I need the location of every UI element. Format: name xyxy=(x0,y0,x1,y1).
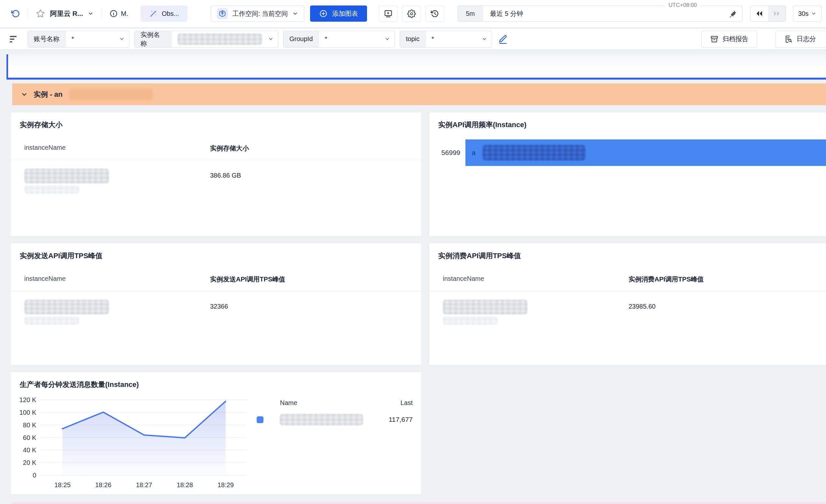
column-header-storage-size: 实例存储大小 xyxy=(210,144,421,153)
filter-account-name[interactable]: 账号名称 * xyxy=(27,31,129,48)
skip-back-button[interactable] xyxy=(751,6,768,21)
chevron-down-icon xyxy=(385,36,390,42)
redacted-instance-name xyxy=(443,300,528,314)
divider xyxy=(28,9,28,18)
doc-badge-label: M. xyxy=(121,10,128,17)
settings-button[interactable] xyxy=(402,5,421,22)
card-consume-tps-peak: 实例消费API调用TPS峰值 instanceName 实例消费API调用TPS… xyxy=(429,243,826,365)
dashboard-content: 实例 - an 实例存储大小 instanceName 实例存储大小 386.8… xyxy=(0,50,826,504)
table-header: instanceName 实例发送API调用TPS峰值 xyxy=(11,275,421,291)
skip-forward-button[interactable] xyxy=(768,6,785,21)
table-row: 32366 xyxy=(11,300,421,325)
chevron-down-icon xyxy=(811,11,816,16)
svg-text:120 K: 120 K xyxy=(19,396,37,403)
table-row: 23985.60 xyxy=(429,300,826,325)
card-instance-storage: 实例存储大小 instanceName 实例存储大小 386.86 GB xyxy=(10,112,422,237)
topbar: 阿里云 R... M. Obs... xyxy=(0,0,826,27)
dashboard-title-dropdown[interactable]: 阿里云 R... xyxy=(50,9,94,18)
column-header-instance-name: instanceName xyxy=(429,275,629,284)
archive-report-label: 归档报告 xyxy=(722,35,748,43)
add-chart-label: 添加图表 xyxy=(332,9,358,18)
filter-value: * xyxy=(66,31,119,47)
info-icon xyxy=(109,9,118,18)
pin-button[interactable] xyxy=(728,9,737,18)
workspace-selector[interactable]: 工作空间: 当前空间 xyxy=(211,5,304,22)
svg-text:20 K: 20 K xyxy=(23,459,37,466)
undo-button[interactable] xyxy=(11,9,20,18)
filter-bar: 账号名称 * 实例名称 GroupId * topic * xyxy=(0,29,826,50)
topbar-tool-buttons xyxy=(379,5,444,22)
card-title: 实例存储大小 xyxy=(11,112,421,130)
filter-value: * xyxy=(319,31,385,47)
obs-button[interactable]: Obs... xyxy=(140,5,187,22)
presentation-mode-button[interactable] xyxy=(379,5,398,22)
undo-icon xyxy=(11,9,20,18)
producer-line-chart[interactable]: 020 K40 K60 K80 K100 K120 K18:2518:2618:… xyxy=(11,393,250,490)
chevron-down-icon xyxy=(292,11,298,16)
interval-badge: 5m xyxy=(458,6,483,21)
history-icon xyxy=(430,9,439,18)
filter-topic[interactable]: topic * xyxy=(400,31,492,48)
divider xyxy=(101,9,102,18)
table-header: instanceName 实例存储大小 xyxy=(11,144,421,160)
column-header-send-tps: 实例发送API调用TPS峰值 xyxy=(210,275,421,284)
chevron-down-icon xyxy=(482,36,487,42)
chevron-down-icon xyxy=(268,36,274,42)
filter-icon[interactable] xyxy=(8,34,19,45)
redacted-bar-label xyxy=(483,145,586,161)
timezone-label: UTC+08:00 xyxy=(665,2,701,8)
doc-info-button[interactable]: M. xyxy=(109,9,128,18)
filter-group-id[interactable]: GroupId * xyxy=(283,31,395,48)
edit-filters-button[interactable] xyxy=(498,34,508,44)
section-banner-instance[interactable]: 实例 - an xyxy=(12,83,826,105)
favorite-button[interactable] xyxy=(36,9,45,18)
svg-text:60 K: 60 K xyxy=(23,434,37,441)
filter-value-blurred xyxy=(172,31,268,47)
svg-text:18:28: 18:28 xyxy=(177,481,193,489)
next-section-banner-edge xyxy=(12,502,826,504)
chevron-down-icon xyxy=(88,11,94,16)
add-chart-button[interactable]: 添加图表 xyxy=(310,5,367,22)
legend-row[interactable]: 117,677 xyxy=(257,414,413,425)
redacted-series-name xyxy=(280,414,363,425)
plus-circle-icon xyxy=(319,9,328,18)
redacted-instance-name-line2 xyxy=(24,316,79,325)
card-producer-messages: 生产者每分钟发送消息数量(Instance) 020 K40 K60 K80 K… xyxy=(10,372,422,495)
auto-refresh-selector[interactable]: 30s xyxy=(793,5,821,22)
archive-report-button[interactable]: 归档报告 xyxy=(701,31,757,48)
redacted-instance-name-line2 xyxy=(24,185,79,194)
card-send-tps-peak: 实例发送API调用TPS峰值 instanceName 实例发送API调用TPS… xyxy=(10,243,422,365)
bar-instance-api-rate[interactable]: a xyxy=(465,139,826,166)
filter-label: GroupId xyxy=(284,31,319,47)
filter-label: topic xyxy=(400,31,426,47)
column-header-instance-name: instanceName xyxy=(11,144,210,153)
redacted-instance-name xyxy=(24,169,109,183)
skip-back-icon xyxy=(756,10,763,17)
card-title: 实例发送API调用TPS峰值 xyxy=(11,243,421,261)
filter-instance-name[interactable]: 实例名称 xyxy=(134,31,278,48)
consume-tps-value: 23985.60 xyxy=(629,300,826,310)
dashboard-title: 阿里云 R... xyxy=(50,9,83,18)
workspace-label: 工作空间: 当前空间 xyxy=(232,9,288,18)
bar-axis-label: 56999 xyxy=(429,149,460,156)
column-header-instance-name: instanceName xyxy=(11,275,210,284)
monitor-play-icon xyxy=(384,9,393,18)
obs-button-label: Obs... xyxy=(162,10,179,17)
redacted-instance-name xyxy=(24,300,109,314)
time-shift-buttons xyxy=(750,5,786,22)
time-range-picker[interactable]: UTC+08:00 5m 最近 5 分钟 xyxy=(458,5,743,22)
workspace-icon xyxy=(217,8,228,19)
auto-refresh-label: 30s xyxy=(798,10,809,17)
selected-chart-bottom-edge xyxy=(6,54,826,79)
card-title: 实例API调用频率(Instance) xyxy=(429,112,826,130)
legend-swatch xyxy=(257,416,263,423)
log-analysis-button[interactable]: 日志分 xyxy=(775,31,826,48)
svg-text:0: 0 xyxy=(33,471,36,479)
history-button[interactable] xyxy=(425,5,444,22)
chart-legend: Name Last 117,677 xyxy=(257,399,413,425)
legend-column-last: Last xyxy=(400,399,413,406)
card-title: 生产者每分钟发送消息数量(Instance) xyxy=(11,372,421,389)
storage-size-value: 386.86 GB xyxy=(210,169,421,179)
column-header-consume-tps: 实例消费API调用TPS峰值 xyxy=(629,275,826,284)
svg-text:80 K: 80 K xyxy=(23,422,37,429)
